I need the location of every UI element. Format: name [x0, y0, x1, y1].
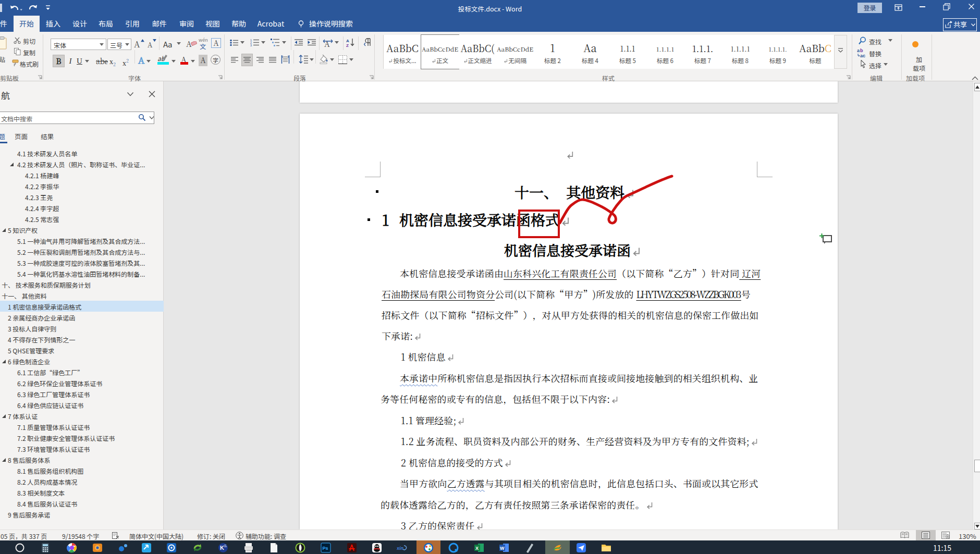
- svg-text:K: K: [220, 545, 224, 551]
- svg-text:A: A: [346, 39, 349, 43]
- svg-text:b: b: [860, 48, 863, 53]
- svg-text:3: 3: [250, 44, 252, 46]
- svg-text:A: A: [138, 56, 145, 65]
- svg-text:Ps: Ps: [323, 546, 328, 551]
- svg-text:Z: Z: [346, 43, 349, 47]
- svg-text:W: W: [500, 546, 505, 551]
- svg-text:ac: ac: [860, 53, 865, 58]
- svg-text:X: X: [475, 546, 479, 551]
- svg-text:xin: xin: [397, 546, 404, 551]
